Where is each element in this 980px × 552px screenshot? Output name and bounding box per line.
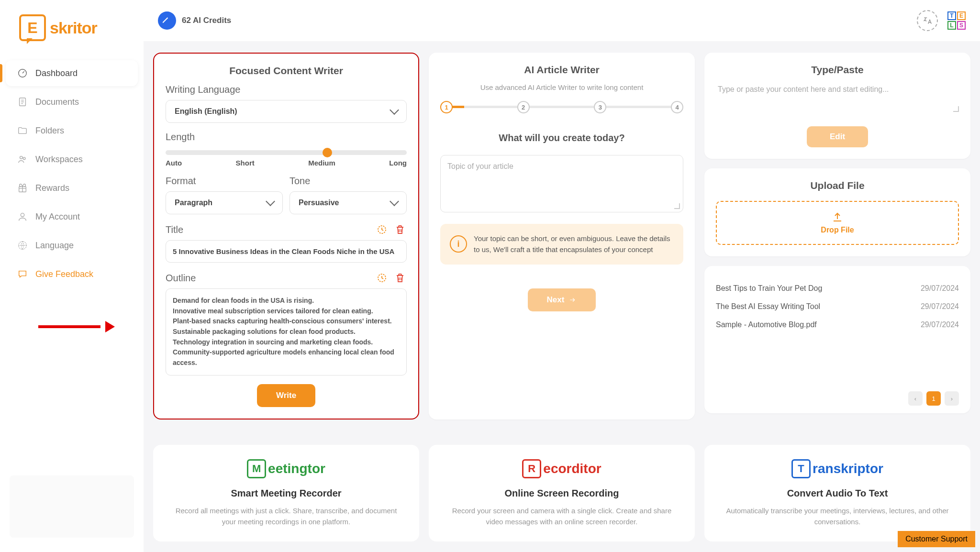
doc-date: 29/07/2024 [921, 320, 959, 329]
language-select[interactable]: English (English) [166, 100, 407, 123]
promo-title: Convert Audio To Text [724, 488, 951, 499]
promo-card[interactable]: M.x{}eetingtorSmart Meeting RecorderReco… [153, 445, 419, 541]
pager-page[interactable]: 1 [926, 391, 941, 406]
sidebar-item-rewards[interactable]: Rewards [6, 175, 138, 201]
folder-icon [17, 125, 28, 136]
step-1[interactable]: 1 [440, 101, 453, 113]
promo-desc: Record all meetings with just a click. S… [172, 506, 400, 527]
sidebar-item-label: Workspaces [35, 155, 83, 165]
promo-title: Online Screen Recording [448, 488, 676, 499]
sidebar-footer-placeholder [10, 475, 134, 538]
slider-labels: Auto Short Medium Long [166, 159, 407, 167]
upload-file-card: Upload File Drop File [704, 168, 970, 256]
doc-date: 29/07/2024 [921, 284, 959, 293]
translate-icon[interactable] [917, 10, 938, 31]
sidebar-item-label: My Account [35, 212, 80, 222]
format-label: Format [166, 176, 283, 187]
sidebar-item-label: Language [35, 241, 74, 251]
sidebar-item-documents[interactable]: Documents [6, 89, 138, 115]
doc-name: Sample - Automotive Blog.pdf [716, 320, 817, 329]
topbar: 62 AI Credits T E L S [144, 0, 980, 41]
sidebar-item-feedback[interactable]: Give Feedback [6, 261, 138, 287]
pager-prev[interactable]: ‹ [908, 391, 923, 406]
type-paste-card: Type/Paste Type or paste your content he… [704, 53, 970, 159]
magic-icon [158, 11, 176, 30]
promo-card[interactable]: T.x{}ranskriptorConvert Audio To TextAut… [704, 445, 970, 541]
customer-support-button[interactable]: Customer Support [898, 531, 975, 547]
doc-row[interactable]: Best Tips to Train Your Pet Dog29/07/202… [716, 279, 959, 298]
annotation-arrow [38, 325, 115, 335]
pager: ‹ 1 › [716, 391, 959, 406]
hint-box: i Your topic can be short, or even ambig… [440, 224, 683, 265]
language-label: Writing Language [166, 84, 407, 95]
gauge-icon [17, 68, 28, 78]
step-4[interactable]: 4 [671, 101, 683, 113]
focused-writer-card: Focused Content Writer Writing Language … [153, 53, 419, 420]
apps-grid-icon[interactable]: T E L S [947, 11, 966, 30]
format-select[interactable]: Paragraph [166, 191, 283, 214]
next-button[interactable]: Next [528, 288, 596, 311]
doc-name: The Best AI Essay Writing Tool [716, 302, 820, 311]
pager-next[interactable]: › [945, 391, 959, 406]
globe-icon [17, 240, 28, 251]
sidebar-item-label: Rewards [35, 183, 69, 193]
card-title: Upload File [716, 180, 959, 191]
chat-icon [17, 269, 28, 279]
language-value: English (English) [175, 107, 237, 116]
doc-row[interactable]: The Best AI Essay Writing Tool29/07/2024 [716, 298, 959, 316]
regenerate-title-button[interactable] [375, 223, 389, 236]
recent-docs-card: Best Tips to Train Your Pet Dog29/07/202… [704, 266, 970, 413]
card-title: AI Article Writer [440, 64, 683, 76]
svg-point-2 [20, 156, 23, 159]
regenerate-outline-button[interactable] [375, 271, 389, 285]
sidebar-item-workspaces[interactable]: Workspaces [6, 146, 138, 172]
step-3[interactable]: 3 [594, 101, 606, 113]
tone-select[interactable]: Persuasive [290, 191, 407, 214]
info-icon: i [450, 235, 467, 253]
sidebar: E skritor Dashboard Documents Folders Wo… [0, 0, 144, 552]
chevron-down-icon [390, 197, 399, 206]
chevron-down-icon [266, 197, 275, 206]
logo[interactable]: E skritor [0, 10, 144, 55]
sidebar-item-label: Dashboard [35, 68, 78, 78]
promo-card[interactable]: R.x{}ecorditorOnline Screen RecordingRec… [429, 445, 695, 541]
title-input[interactable]: 5 Innovative Business Ideas in the Clean… [166, 240, 407, 263]
sidebar-item-label: Give Feedback [35, 269, 93, 279]
stepper: 1 2 3 4 [440, 101, 683, 113]
doc-row[interactable]: Sample - Automotive Blog.pdf29/07/2024 [716, 316, 959, 334]
length-slider[interactable] [166, 150, 407, 155]
users-icon [17, 154, 28, 165]
length-label: Length [166, 132, 407, 143]
user-icon [17, 211, 28, 222]
tone-label: Tone [290, 176, 407, 187]
card-subtitle: Use advanced AI Article Writer to write … [440, 83, 683, 91]
delete-outline-button[interactable] [393, 271, 407, 285]
sidebar-item-label: Folders [35, 126, 64, 136]
edit-button[interactable]: Edit [807, 126, 868, 147]
write-button[interactable]: Write [257, 384, 315, 407]
card-title: Type/Paste [716, 64, 959, 76]
document-icon [17, 97, 28, 107]
article-writer-card: AI Article Writer Use advanced AI Articl… [429, 53, 695, 420]
chevron-down-icon [390, 105, 399, 115]
sidebar-item-dashboard[interactable]: Dashboard [6, 60, 138, 86]
topic-input[interactable]: Topic of your article [440, 155, 683, 212]
svg-point-3 [23, 157, 25, 160]
svg-point-5 [21, 213, 24, 217]
sidebar-item-label: Documents [35, 97, 79, 107]
credits-pill[interactable]: 62 AI Credits [158, 11, 231, 30]
step-2[interactable]: 2 [517, 101, 530, 113]
card-title: Focused Content Writer [166, 65, 407, 77]
outline-label: Outline [166, 273, 196, 284]
promo-title: Smart Meeting Recorder [172, 488, 400, 499]
sidebar-item-account[interactable]: My Account [6, 204, 138, 230]
upload-icon [832, 211, 843, 223]
prompt-label: What will you create today? [440, 132, 683, 144]
outline-input[interactable]: Demand for clean foods in the USA is ris… [166, 288, 407, 375]
drop-zone[interactable]: Drop File [716, 201, 959, 245]
slider-thumb[interactable] [323, 148, 332, 157]
sidebar-item-language[interactable]: Language [6, 232, 138, 258]
delete-title-button[interactable] [393, 223, 407, 236]
sidebar-item-folders[interactable]: Folders [6, 118, 138, 144]
paste-input[interactable]: Type or paste your content here and star… [716, 83, 959, 112]
